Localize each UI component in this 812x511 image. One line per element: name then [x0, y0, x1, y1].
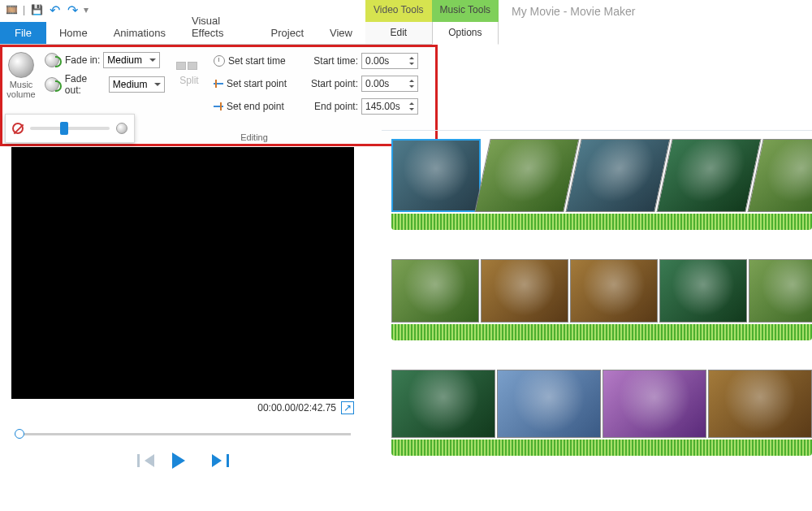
clip[interactable] — [603, 370, 706, 438]
music-tools-tab[interactable]: Music Tools — [432, 0, 499, 22]
clip[interactable] — [570, 259, 658, 323]
start-point-input[interactable]: 0.00s — [361, 76, 418, 92]
playback-time: 00:00.00/02:42.75 — [257, 402, 336, 414]
volume-slider[interactable] — [30, 127, 110, 130]
tab-project[interactable]: Project — [258, 22, 317, 44]
play-button[interactable] — [171, 452, 194, 470]
end-point-icon — [214, 102, 223, 110]
clip[interactable] — [708, 370, 812, 438]
redo-icon[interactable]: ↷ — [66, 3, 79, 16]
window-title: My Movie - Movie Maker — [512, 5, 635, 18]
clip[interactable] — [565, 139, 670, 212]
set-end-point-button[interactable]: Set end point — [214, 97, 295, 115]
tab-view[interactable]: View — [317, 22, 365, 44]
timeline[interactable] — [382, 130, 812, 511]
app-icon: 🎞️ — [5, 3, 18, 16]
clip[interactable] — [391, 139, 481, 212]
music-volume-label: Music volume — [6, 78, 35, 99]
file-menu[interactable]: File — [0, 22, 46, 44]
clip[interactable] — [497, 370, 601, 438]
tab-animations[interactable]: Animations — [101, 22, 179, 44]
undo-icon[interactable]: ↶ — [48, 3, 61, 16]
clip[interactable] — [656, 139, 761, 212]
fade-in-dropdown[interactable]: Medium — [103, 52, 160, 68]
clip[interactable] — [391, 259, 479, 323]
clip[interactable] — [659, 259, 747, 323]
fade-out-icon — [45, 77, 59, 92]
end-point-input[interactable]: 145.00s — [361, 98, 418, 115]
music-volume-button[interactable] — [8, 52, 34, 78]
clip[interactable] — [749, 259, 812, 323]
seek-thumb[interactable] — [15, 429, 24, 439]
ribbon-tabs: File Home Animations Visual Effects Proj… — [0, 21, 365, 45]
video-tools-edit-tab[interactable]: Edit — [365, 22, 432, 45]
next-frame-button[interactable] — [209, 452, 231, 470]
fade-out-dropdown[interactable]: Medium — [109, 76, 165, 93]
audio-waveform[interactable] — [391, 440, 812, 456]
set-start-time-button[interactable]: Set start time — [214, 52, 295, 70]
tab-home[interactable]: Home — [46, 22, 101, 44]
clip[interactable] — [391, 370, 495, 438]
end-point-label: End point: — [304, 101, 358, 112]
set-start-point-button[interactable]: Set start point — [214, 75, 295, 93]
save-icon[interactable]: 💾 — [30, 3, 43, 16]
clip[interactable] — [474, 139, 579, 212]
fade-out-label: Fade out: — [65, 73, 106, 96]
start-time-input[interactable]: 0.00s — [361, 53, 418, 69]
start-point-icon — [214, 80, 223, 88]
seek-bar[interactable] — [15, 433, 351, 435]
clock-icon — [214, 55, 225, 67]
start-time-label: Start time: — [304, 55, 358, 67]
volume-slider-popup — [5, 114, 135, 143]
split-button[interactable]: Split — [179, 75, 198, 86]
start-point-label: Start point: — [304, 78, 358, 89]
contextual-tabs: Video Tools Edit Music Tools Options — [365, 0, 499, 45]
clip[interactable] — [481, 259, 568, 323]
music-tools-options-tab[interactable]: Options — [432, 22, 499, 45]
speaker-icon — [116, 123, 127, 134]
volume-thumb[interactable] — [60, 122, 68, 135]
fullscreen-icon[interactable]: ↗ — [341, 401, 354, 414]
editing-group-label: Editing — [214, 131, 295, 142]
fade-in-icon — [45, 53, 59, 67]
tab-visual-effects[interactable]: Visual Effects — [179, 10, 258, 44]
preview-monitor — [11, 147, 354, 399]
video-tools-tab[interactable]: Video Tools — [365, 0, 432, 22]
audio-waveform[interactable] — [391, 324, 812, 340]
prev-frame-button[interactable] — [134, 452, 157, 470]
split-icon — [176, 60, 202, 71]
playback-controls — [11, 452, 354, 470]
fade-in-label: Fade in: — [65, 54, 100, 66]
audio-waveform[interactable] — [391, 214, 812, 230]
mute-icon[interactable] — [12, 123, 24, 134]
